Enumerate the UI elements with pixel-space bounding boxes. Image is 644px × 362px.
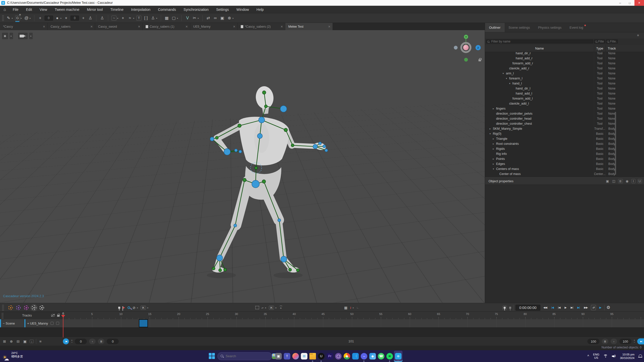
spotify[interactable]: ≋ <box>385 351 394 362</box>
units-icon[interactable]: U <box>638 179 642 183</box>
menu-item[interactable]: Interpolation <box>127 6 154 13</box>
minimize-button[interactable]: ─ <box>615 0 625 6</box>
step-interpolation-icon[interactable]: ⌐ <box>262 306 264 310</box>
tangent-tool[interactable]: ≈ ▸ <box>127 15 135 21</box>
tab-close-icon[interactable]: ✕ <box>279 25 283 28</box>
trajectory-icon[interactable]: ≀ <box>350 306 351 310</box>
list-button[interactable]: ≣ <box>98 339 104 344</box>
skip-to-start-button[interactable]: |◀ <box>550 305 554 310</box>
interval-tool[interactable]: [ ] <box>143 15 149 21</box>
tab-outliner[interactable]: Outliner <box>485 23 505 32</box>
start-button[interactable] <box>209 353 215 359</box>
scale-spinner[interactable]: +− <box>634 340 635 343</box>
scissors-tool[interactable]: ✂ ▸ <box>191 15 199 21</box>
ik-mode-button[interactable]: IK <box>141 306 146 310</box>
play-from-pin-button[interactable]: ▶ <box>598 305 602 310</box>
github-desktop[interactable]: ◯ <box>334 351 343 362</box>
tab-physics-settings[interactable]: Physics settings <box>534 23 566 32</box>
expander-icon[interactable]: ▸ <box>493 163 496 165</box>
pin-tool[interactable]: ⌖ <box>63 15 69 21</box>
copilot[interactable] <box>291 351 300 362</box>
close-button[interactable]: ✕ <box>634 0 644 6</box>
filmstrip-icon[interactable]: ▦ <box>344 306 347 310</box>
current-frame-field[interactable]: 0 <box>75 339 87 344</box>
record-icon[interactable]: ◉ <box>625 179 629 183</box>
menu-item[interactable]: Help <box>253 6 268 13</box>
rewind-button[interactable]: ◀◀ <box>542 305 548 310</box>
discord[interactable]: ⌣ <box>360 351 368 362</box>
file-explorer[interactable] <box>308 351 317 362</box>
frame-spinner[interactable]: +− <box>71 340 72 343</box>
tab-cascy-sword[interactable]: Cascy_sword ✕ <box>95 23 143 30</box>
tree-row[interactable]: ▸ Edges Basic Body <box>485 161 644 166</box>
tab-cascy-sabers[interactable]: Cascy_sabers ✕ <box>48 23 95 30</box>
tree-row[interactable]: hand_dir_l Tool None <box>485 86 644 91</box>
expander-icon[interactable]: ▸ <box>490 127 493 130</box>
ghost-toggle-white[interactable] <box>39 305 44 310</box>
menu-item[interactable]: Mirror tool <box>83 6 107 13</box>
dropdown-arrow-icon[interactable]: ▸ <box>233 17 234 19</box>
tree-row[interactable]: ▸ SKM_Manny_Simple Transf... Body <box>485 126 644 131</box>
ue5-manny-track-cell[interactable]: + UE5_Manny <box>24 319 63 327</box>
fps-field[interactable]: 100 <box>587 339 599 344</box>
character-tool[interactable]: ♙ <box>87 15 93 21</box>
flag-icon[interactable] <box>123 306 125 309</box>
hidden-icons-button[interactable]: ^ <box>587 354 589 358</box>
selection-box-tool[interactable]: ▣ <box>219 15 225 21</box>
dropdown-arrow-icon[interactable]: ▸ <box>156 17 157 19</box>
menu-item[interactable]: Tween machine <box>51 6 83 13</box>
pose-tool[interactable]: ✎ ▸ <box>6 15 14 21</box>
dropdown-arrow-icon[interactable]: ▸ <box>21 17 22 19</box>
duplicate-clip-icon[interactable]: ▣ <box>23 339 27 343</box>
toolbar-grip[interactable] <box>2 15 4 21</box>
skeleton-display-button[interactable]: ⋇ <box>2 33 8 39</box>
chrome[interactable]: ◉ <box>343 351 351 362</box>
fast-forward-button[interactable]: ▶▶ <box>583 305 589 310</box>
dropdown-arrow-icon[interactable]: ▸ <box>198 17 199 19</box>
tab-close-icon[interactable]: ✕ <box>136 25 140 28</box>
physics-character-tool[interactable]: ♙ <box>99 15 105 21</box>
import-clip-icon[interactable]: ↓ <box>30 340 34 343</box>
keyframe-block[interactable] <box>139 319 148 327</box>
tree-row[interactable]: forearm_add_r Tool None <box>485 61 644 66</box>
dropdown-arrow-icon[interactable]: ▸ <box>12 17 13 19</box>
disable-icon[interactable]: ⊘ <box>133 306 136 310</box>
mixer-icon[interactable]: ≡ <box>38 339 43 343</box>
pin-count-field[interactable]: 0 <box>70 16 79 21</box>
lock-icon[interactable] <box>57 315 60 317</box>
tree-row[interactable]: ▸ Triangle Basic Body <box>485 136 644 141</box>
key-pin-tool[interactable]: ⌖ <box>120 15 126 21</box>
tree-row[interactable]: Center of mass Center... Body <box>485 171 644 176</box>
menu-item[interactable]: Settings <box>212 6 233 13</box>
tree-row[interactable]: forearm_add_l Tool None <box>485 96 644 101</box>
expander-icon[interactable]: ▾ <box>490 132 493 135</box>
expander-icon[interactable]: ▾ <box>503 72 506 75</box>
playbar-grip[interactable] <box>2 305 4 310</box>
offset-field[interactable]: 0 <box>107 339 119 344</box>
settings-gear-icon[interactable]: ⚙ <box>607 305 610 310</box>
add-clip-icon[interactable]: ⊕ <box>9 339 13 343</box>
flow-app[interactable]: ◆ <box>368 351 377 362</box>
menu-item[interactable]: View <box>36 6 51 13</box>
premiere-pro[interactable]: Pr <box>326 351 334 362</box>
delete-key-icon[interactable] <box>128 306 130 309</box>
microsoft-store[interactable]: ⊞ <box>300 351 308 362</box>
track-checkbox-1[interactable] <box>51 322 54 325</box>
notifications-icon[interactable] <box>638 354 642 358</box>
list-view-icon[interactable]: ≣ <box>618 179 623 183</box>
menu-item[interactable]: File <box>9 6 22 13</box>
dropdown-arrow-icon[interactable]: ▸ <box>177 17 178 19</box>
gizmo-y-axis[interactable]: Y <box>464 35 468 39</box>
tracks-grip[interactable] <box>2 313 4 319</box>
frame-count-field[interactable]: 0 <box>45 16 53 21</box>
gizmo-y-negative-axis[interactable] <box>464 58 468 62</box>
tree-row[interactable]: ▾ forearm_l Tool None <box>485 76 644 81</box>
ghost-toggle-white-active[interactable] <box>32 305 36 310</box>
menu-item[interactable]: Edit <box>22 6 36 13</box>
filter-track-input[interactable] <box>606 39 618 43</box>
grid-snap-tool[interactable]: ▦ <box>164 15 170 21</box>
task-view[interactable]: ▣ <box>274 351 283 362</box>
column-name[interactable]: Name <box>485 45 594 52</box>
ghost-toggle-purple[interactable] <box>16 305 21 310</box>
go-to-start-button[interactable]: |◀ <box>63 338 69 344</box>
